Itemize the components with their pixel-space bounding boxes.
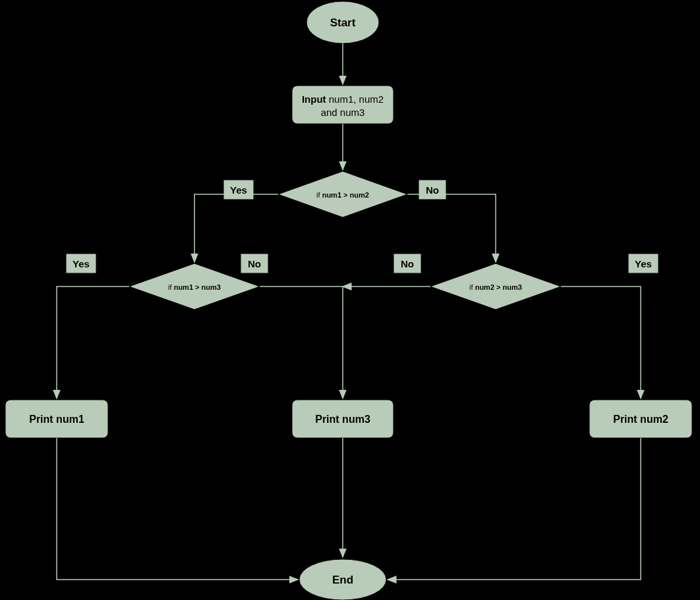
flowchart-canvas: Start Input num1, num2 and num3 if num1 … <box>0 0 700 600</box>
start-label: Start <box>330 16 356 29</box>
arrow-decision3-yes <box>561 286 641 398</box>
arrow-decision2-no <box>260 286 343 398</box>
end-label: End <box>332 574 353 586</box>
arrow-print1-to-end <box>57 438 298 580</box>
decision-2-text: if num1 > num3 <box>168 283 221 291</box>
print-num2-label: Print num2 <box>613 414 668 425</box>
print-num1-label: Print num1 <box>29 414 84 425</box>
print-num3-label: Print num3 <box>315 414 370 425</box>
decision3-yes-label: Yes <box>635 258 652 269</box>
arrow-print2-to-end <box>388 438 641 580</box>
input-text-line2: and num3 <box>321 107 365 118</box>
decision-3-text: if num2 > num3 <box>469 283 522 291</box>
input-process <box>292 86 394 124</box>
decision-1-text: if num1 > num2 <box>316 191 369 199</box>
input-text-line1: Input num1, num2 <box>302 94 384 105</box>
decision2-yes-label: Yes <box>73 258 90 269</box>
arrow-decision1-yes <box>194 194 278 262</box>
arrow-decision1-no <box>407 194 496 262</box>
arrow-decision2-yes <box>57 286 129 398</box>
decision2-no-label: No <box>248 258 261 269</box>
decision3-no-label: No <box>401 258 414 269</box>
